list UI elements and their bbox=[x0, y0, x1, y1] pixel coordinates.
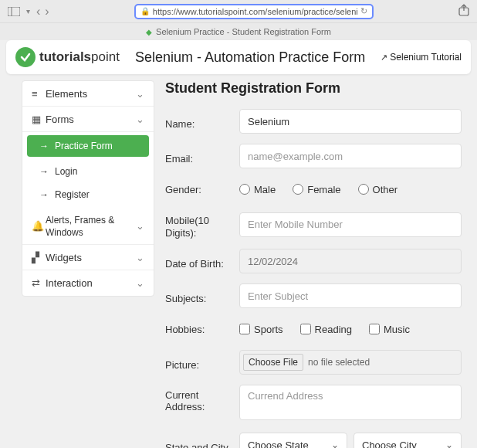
share-icon[interactable] bbox=[458, 4, 469, 19]
favicon-icon: ◆ bbox=[146, 28, 152, 36]
sidebar-item-forms[interactable]: ▦ Forms ⌄ bbox=[22, 107, 154, 132]
hobby-music-checkbox[interactable]: Music bbox=[369, 324, 410, 335]
name-label: Name: bbox=[165, 114, 239, 130]
picture-label: Picture: bbox=[165, 355, 239, 371]
address-textarea[interactable] bbox=[239, 385, 462, 420]
address-label: Current Address: bbox=[165, 385, 239, 412]
sidebar-item-elements[interactable]: ≡ Elements ⌄ bbox=[22, 81, 154, 107]
sidebar: ≡ Elements ⌄ ▦ Forms ⌄ → Practice Form →… bbox=[22, 80, 154, 297]
city-select[interactable]: Choose City⌄ bbox=[354, 433, 462, 448]
sidebar-subitem-login[interactable]: → Login bbox=[22, 160, 154, 183]
svg-rect-0 bbox=[8, 7, 20, 16]
chevron-down-icon: ⌄ bbox=[445, 440, 453, 448]
external-link-icon: ↗ bbox=[381, 53, 387, 63]
mobile-label: Mobile(10 Digits): bbox=[165, 210, 239, 239]
subjects-label: Subjects: bbox=[165, 288, 239, 304]
arrow-right-icon: → bbox=[39, 166, 49, 177]
sidebar-subitem-practice-form[interactable]: → Practice Form bbox=[27, 135, 149, 157]
sidebar-item-alerts[interactable]: 🔔 Alerts, Frames & Windows ⌄ bbox=[22, 209, 154, 245]
chevron-down-icon: ⌄ bbox=[136, 114, 144, 125]
forward-button[interactable]: › bbox=[45, 5, 49, 19]
state-city-label: State and City bbox=[165, 437, 239, 448]
sidebar-item-widgets[interactable]: ▞ Widgets ⌄ bbox=[22, 245, 154, 270]
gender-male-radio[interactable]: Male bbox=[239, 184, 276, 195]
lock-icon: 🔒 bbox=[140, 7, 150, 15]
mobile-input[interactable] bbox=[239, 212, 462, 237]
list-icon: ≡ bbox=[32, 88, 46, 100]
chevron-down-icon: ⌄ bbox=[136, 252, 144, 263]
bell-icon: 🔔 bbox=[32, 220, 46, 233]
dob-label: Date of Birth: bbox=[165, 253, 239, 270]
dob-input[interactable]: 12/02/2024 bbox=[239, 249, 462, 273]
gender-label: Gender: bbox=[165, 184, 239, 195]
email-label: Email: bbox=[165, 148, 239, 165]
reload-icon[interactable]: ↻ bbox=[360, 6, 367, 16]
form-heading: Student Registration Form bbox=[165, 80, 462, 97]
tab-title: Selenium Practice - Student Registration… bbox=[156, 27, 331, 36]
hobby-sports-checkbox[interactable]: Sports bbox=[239, 324, 283, 335]
chevron-down-icon: ⌄ bbox=[331, 440, 339, 448]
url-bar[interactable]: 🔒 https://www.tutorialspoint.com/seleniu… bbox=[134, 4, 374, 19]
swap-icon: ⇄ bbox=[32, 277, 46, 289]
choose-file-button[interactable]: Choose File bbox=[243, 354, 303, 371]
sidebar-toggle-icon[interactable] bbox=[8, 6, 20, 17]
page-header: tutorialspoint Selenium - Automation Pra… bbox=[6, 40, 471, 74]
gender-female-radio[interactable]: Female bbox=[293, 184, 340, 195]
form-icon: ▦ bbox=[32, 114, 46, 125]
tab-title-bar: ◆ Selenium Practice - Student Registrati… bbox=[0, 23, 477, 40]
logo-text: tutorialspoint bbox=[39, 49, 120, 65]
email-input[interactable] bbox=[239, 144, 462, 168]
arrow-right-icon: → bbox=[39, 189, 49, 200]
arrow-right-icon: → bbox=[39, 141, 49, 151]
sidebar-subitem-register[interactable]: → Register bbox=[22, 183, 154, 206]
name-input[interactable] bbox=[239, 109, 462, 134]
logo-icon bbox=[15, 47, 36, 67]
selenium-tutorial-link[interactable]: ↗ Selenium Tutorial bbox=[381, 52, 462, 63]
chevron-down-icon: ⌄ bbox=[136, 220, 144, 233]
form-area: Student Registration Form Name: Email: G… bbox=[165, 80, 465, 448]
subjects-input[interactable] bbox=[239, 283, 462, 308]
hobbies-label: Hobbies: bbox=[165, 324, 239, 335]
hobby-reading-checkbox[interactable]: Reading bbox=[300, 324, 352, 335]
browser-toolbar: ▾ ‹ › 🔒 https://www.tutorialspoint.com/s… bbox=[0, 0, 477, 23]
file-status-text: no file selected bbox=[308, 357, 370, 368]
back-button[interactable]: ‹ bbox=[36, 5, 40, 19]
page-title: Selenium - Automation Practice Form bbox=[120, 49, 381, 66]
widgets-icon: ▞ bbox=[32, 252, 46, 263]
chevron-down-icon: ⌄ bbox=[136, 88, 144, 100]
state-select[interactable]: Choose State⌄ bbox=[239, 433, 347, 448]
sidebar-item-interaction[interactable]: ⇄ Interaction ⌄ bbox=[22, 270, 154, 296]
chevron-down-icon: ⌄ bbox=[136, 277, 144, 289]
dropdown-caret-icon[interactable]: ▾ bbox=[26, 7, 30, 15]
logo[interactable]: tutorialspoint bbox=[15, 47, 120, 67]
url-text: https://www.tutorialspoint.com/selenium/… bbox=[153, 7, 357, 16]
gender-other-radio[interactable]: Other bbox=[358, 184, 398, 195]
picture-file-input[interactable]: Choose File no file selected bbox=[239, 350, 462, 375]
